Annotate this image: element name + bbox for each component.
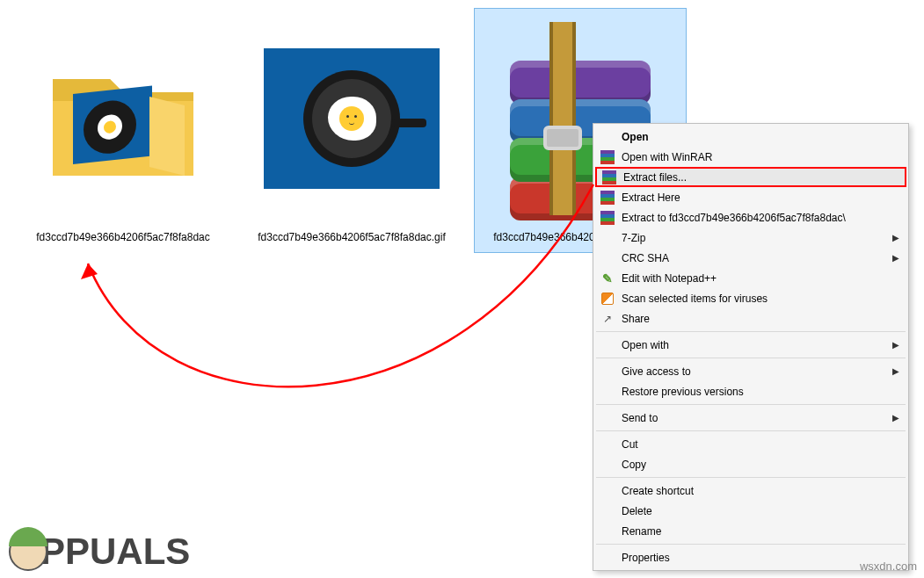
menu-extract-files[interactable]: Extract files... [595,167,906,187]
folder-label: fd3ccd7b49e366b4206f5ac7f8fa8dac [33,229,214,245]
menu-share[interactable]: ↗ Share [595,308,906,329]
winrar-mini-icon [600,190,615,206]
winrar-mini-icon [601,170,617,185]
notepadpp-icon: ✎ [600,271,615,286]
menu-separator [596,430,906,431]
menu-copy[interactable]: Copy [595,454,906,474]
folder-icon [22,13,224,224]
logo-text: PPUALS [40,531,190,573]
chevron-right-icon: ▶ [892,366,899,376]
menu-open[interactable]: Open [595,126,906,147]
menu-extract-to[interactable]: Extract to fd3ccd7b49e366b4206f5ac7f8fa8… [595,207,906,228]
menu-separator [596,358,906,358]
menu-open-with[interactable]: Open with ▶ [595,335,906,355]
gif-item[interactable]: fd3ccd7b49e366b4206f5ac7f8fa8dac.gif [246,9,457,252]
chevron-right-icon: ▶ [892,233,899,242]
svg-marker-4 [81,264,98,279]
menu-cut[interactable]: Cut [595,434,906,454]
menu-create-shortcut[interactable]: Create shortcut [595,480,906,501]
folder-item[interactable]: fd3ccd7b49e366b4206f5ac7f8fa8dac [18,9,229,252]
menu-separator [596,544,906,545]
menu-7zip[interactable]: 7-Zip ▶ [595,228,906,248]
menu-send-to[interactable]: Send to ▶ [595,408,906,428]
menu-separator [596,404,906,405]
logo-face-icon [9,532,47,571]
shield-icon [600,291,615,307]
context-menu: Open Open with WinRAR Extract files... E… [593,123,909,571]
menu-give-access-to[interactable]: Give access to ▶ [595,361,906,381]
chevron-right-icon: ▶ [892,413,899,423]
menu-separator [596,477,906,478]
chevron-right-icon: ▶ [892,340,899,350]
gif-label: fd3ccd7b49e366b4206f5ac7f8fa8dac.gif [254,229,449,245]
menu-crc-sha[interactable]: CRC SHA ▶ [595,248,906,268]
watermark: wsxdn.com [860,560,917,573]
menu-scan-viruses[interactable]: Scan selected items for viruses [595,288,906,308]
share-icon: ↗ [600,311,615,327]
appuals-logo: PPUALS [9,531,190,573]
winrar-mini-icon [600,149,615,165]
menu-open-with-winrar[interactable]: Open with WinRAR [595,147,906,167]
menu-delete[interactable]: Delete [595,501,906,521]
menu-extract-here[interactable]: Extract Here [595,187,906,207]
gif-thumbnail [251,13,453,224]
winrar-mini-icon [600,210,615,226]
menu-separator [596,331,906,332]
menu-edit-notepadpp[interactable]: ✎ Edit with Notepad++ [595,268,906,288]
menu-restore-versions[interactable]: Restore previous versions [595,381,906,401]
menu-rename[interactable]: Rename [595,521,906,541]
chevron-right-icon: ▶ [892,253,899,263]
